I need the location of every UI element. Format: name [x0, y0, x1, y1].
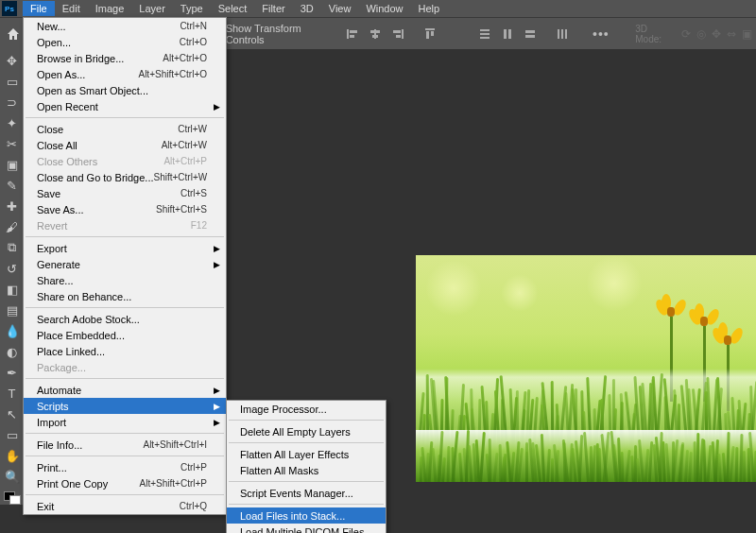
slide-3d-icon[interactable]: ⇔	[727, 27, 736, 41]
svg-rect-4	[370, 30, 380, 33]
menu-layer[interactable]: Layer	[131, 1, 173, 16]
file-menu-share[interactable]: Share...	[24, 272, 226, 288]
align-right-icon[interactable]	[387, 24, 408, 44]
file-menu-import[interactable]: Import▶	[24, 414, 226, 430]
menu-image[interactable]: Image	[88, 1, 132, 16]
blur-tool[interactable]: 💧	[1, 321, 24, 340]
svg-rect-1	[350, 30, 357, 33]
frame-tool[interactable]: ▣	[1, 155, 24, 174]
file-menu-package: Package...	[24, 359, 226, 375]
orbit-3d-icon[interactable]: ⟳	[681, 27, 691, 41]
file-menu-search-adobe-stock[interactable]: Search Adobe Stock...	[24, 311, 226, 327]
align-left-icon[interactable]	[342, 24, 363, 44]
marquee-tool[interactable]: ▭	[1, 72, 24, 91]
distribute-top-icon[interactable]	[474, 24, 495, 44]
file-menu-exit[interactable]: ExitCtrl+Q	[24, 498, 226, 514]
file-menu-label: Place Linked...	[37, 346, 207, 357]
stamp-tool[interactable]: ⧉	[1, 238, 24, 257]
svg-rect-9	[425, 28, 435, 30]
more-options-icon[interactable]: •••	[592, 24, 610, 44]
gradient-tool[interactable]: ▤	[1, 301, 24, 319]
history-tool[interactable]: ↺	[1, 259, 24, 278]
pen-tool[interactable]: ✒	[1, 363, 24, 382]
scripts-menu-image-processor[interactable]: Image Processor...	[227, 401, 386, 417]
file-menu-shortcut: Alt+Ctrl+W	[162, 140, 207, 150]
brush-tool[interactable]: 🖌	[1, 217, 24, 236]
file-menu-open-as[interactable]: Open As...Alt+Shift+Ctrl+O	[24, 66, 226, 82]
scripts-menu-label: Delete All Empty Layers	[240, 426, 367, 438]
file-menu-shortcut: Alt+Shift+Ctrl+P	[140, 478, 207, 489]
file-menu-print[interactable]: Print...Ctrl+P	[24, 459, 226, 475]
move-tool[interactable]: ✥	[1, 51, 24, 70]
scripts-menu-flatten-all-masks[interactable]: Flatten All Masks	[227, 462, 386, 478]
rect-tool[interactable]: ▭	[1, 425, 24, 444]
file-menu-export[interactable]: Export▶	[24, 240, 226, 256]
heal-tool[interactable]: ✚	[1, 197, 24, 215]
menu-window[interactable]: Window	[358, 1, 410, 16]
file-menu-close[interactable]: CloseCtrl+W	[24, 121, 226, 137]
svg-rect-10	[426, 31, 429, 39]
scripts-menu-load-files-into-stack[interactable]: Load Files into Stack...	[227, 507, 386, 524]
menu-help[interactable]: Help	[411, 1, 448, 16]
file-menu-scripts[interactable]: Scripts▶	[24, 398, 226, 414]
file-menu-share-on-behance[interactable]: Share on Behance...	[24, 288, 226, 304]
file-menu-print-one-copy[interactable]: Print One CopyAlt+Shift+Ctrl+P	[24, 475, 226, 491]
menu-select[interactable]: Select	[211, 1, 255, 16]
align-center-h-icon[interactable]	[365, 24, 386, 44]
file-menu-open-as-smart-object[interactable]: Open as Smart Object...	[24, 82, 226, 98]
hand-tool[interactable]: ✋	[1, 446, 24, 465]
scripts-menu-load-multiple-dicom-files[interactable]: Load Multiple DICOM Files...	[227, 524, 386, 533]
distribute-spacing-icon[interactable]	[552, 24, 573, 44]
file-menu-automate[interactable]: Automate▶	[24, 382, 226, 398]
menu-type[interactable]: Type	[173, 1, 211, 16]
file-menu-place-linked[interactable]: Place Linked...	[24, 343, 226, 359]
file-menu-browse-in-bridge[interactable]: Browse in Bridge...Alt+Ctrl+O	[24, 50, 226, 66]
menu-view[interactable]: View	[321, 1, 359, 16]
menu-3d[interactable]: 3D	[293, 1, 321, 16]
pan-3d-icon[interactable]: ✥	[712, 27, 721, 41]
file-menu-file-info[interactable]: File Info...Alt+Shift+Ctrl+I	[24, 437, 226, 453]
path-tool[interactable]: ↖	[1, 404, 24, 423]
file-menu-open-recent[interactable]: Open Recent▶	[24, 98, 226, 114]
show-transform-checkbox[interactable]: Show Transform Controls	[210, 23, 329, 45]
file-menu-label: Place Embedded...	[37, 330, 207, 341]
file-menu-generate[interactable]: Generate▶	[24, 256, 226, 272]
eraser-tool[interactable]: ◧	[1, 280, 24, 299]
lasso-tool[interactable]: ⊃	[1, 93, 24, 112]
zoom-tool[interactable]: 🔍	[1, 467, 24, 486]
svg-rect-8	[396, 35, 401, 38]
color-swatches[interactable]	[4, 491, 21, 505]
svg-rect-18	[525, 35, 535, 38]
scripts-menu-flatten-all-layer-effects[interactable]: Flatten All Layer Effects	[227, 446, 386, 462]
menu-bar: Ps FileEditImageLayerTypeSelectFilter3DV…	[0, 0, 756, 17]
roll-3d-icon[interactable]: ◎	[696, 27, 706, 41]
canvas-image	[416, 255, 756, 482]
dodge-tool[interactable]: ◐	[1, 342, 24, 361]
file-menu-shortcut: Ctrl+O	[180, 37, 207, 47]
distribute-v-icon[interactable]	[497, 24, 518, 44]
menu-filter[interactable]: Filter	[254, 1, 292, 16]
distribute-h-icon[interactable]	[520, 24, 541, 44]
menu-edit[interactable]: Edit	[55, 1, 88, 16]
scripts-menu-script-events-manager[interactable]: Script Events Manager...	[227, 485, 386, 501]
file-menu-save-as[interactable]: Save As...Shift+Ctrl+S	[24, 201, 226, 217]
file-menu-save[interactable]: SaveCtrl+S	[24, 185, 226, 201]
type-tool[interactable]: T	[1, 384, 24, 403]
eyedrop-tool[interactable]: ✎	[1, 176, 24, 195]
scripts-menu-delete-all-empty-layers[interactable]: Delete All Empty Layers	[227, 423, 386, 439]
file-menu-open[interactable]: Open...Ctrl+O	[24, 34, 226, 50]
file-menu-shortcut: Shift+Ctrl+W	[154, 172, 208, 182]
scripts-menu-label: Load Files into Stack...	[240, 510, 367, 522]
menu-file[interactable]: File	[23, 1, 55, 16]
file-menu-close-all[interactable]: Close AllAlt+Ctrl+W	[24, 137, 226, 153]
file-menu-place-embedded[interactable]: Place Embedded...	[24, 327, 226, 343]
file-menu-close-and-go-to-bridge[interactable]: Close and Go to Bridge...Shift+Ctrl+W	[24, 169, 226, 185]
home-icon[interactable]	[4, 24, 23, 44]
wand-tool[interactable]: ✦	[1, 113, 24, 132]
file-menu-new[interactable]: New...Ctrl+N	[24, 18, 226, 34]
tool-panel: ✥▭⊃✦✂▣✎✚🖌⧉↺◧▤💧◐✒T↖▭✋🔍	[0, 49, 25, 505]
scripts-menu-label: Flatten All Masks	[240, 465, 367, 476]
align-top-icon[interactable]	[420, 24, 440, 44]
crop-tool[interactable]: ✂	[1, 134, 24, 153]
zoom-3d-icon[interactable]: ▣	[742, 27, 752, 41]
